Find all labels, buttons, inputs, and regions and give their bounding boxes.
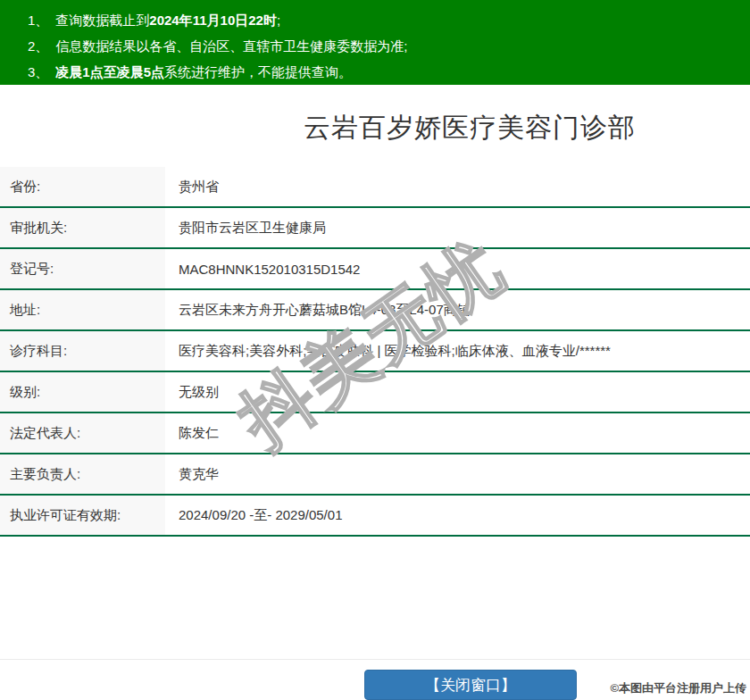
- notice-number: 2、: [28, 38, 48, 54]
- footer-divider: [0, 659, 750, 660]
- table-row: 地址: 云岩区未来方舟开心蘑菇城B馆L4-03至L4-07商铺: [0, 290, 750, 331]
- notice-text-bold: 2024年11月10日22时: [149, 12, 277, 28]
- copyright-watermark: ©本图由平台注册用户上传: [610, 680, 746, 696]
- row-label: 登记号:: [0, 249, 165, 288]
- row-label: 级别:: [0, 372, 165, 412]
- row-label: 法定代表人:: [0, 413, 165, 453]
- table-row: 执业许可证有效期: 2024/09/20 -至- 2029/05/01: [0, 496, 750, 537]
- row-label: 省份:: [0, 167, 165, 206]
- notice-text: 系统进行维护，不能提供查询。: [164, 64, 352, 79]
- row-value: 贵阳市云岩区卫生健康局: [165, 208, 326, 247]
- row-value: MAC8HNNK152010315D1542: [165, 249, 360, 288]
- row-label: 主要负责人:: [0, 454, 165, 494]
- table-row: 省份: 贵州省: [0, 167, 750, 208]
- table-row: 登记号: MAC8HNNK152010315D1542: [0, 249, 750, 290]
- table-row: 审批机关: 贵阳市云岩区卫生健康局: [0, 208, 750, 249]
- notice-item: 3、凌晨1点至凌晨5点系统进行维护，不能提供查询。: [28, 59, 741, 85]
- row-value: 无级别: [165, 372, 219, 412]
- detail-table: 省份: 贵州省 审批机关: 贵阳市云岩区卫生健康局 登记号: MAC8HNNK1…: [0, 167, 750, 537]
- notice-number: 3、: [28, 64, 48, 79]
- close-window-button[interactable]: 【关闭窗口】: [364, 670, 577, 700]
- notice-number: 1、: [28, 12, 48, 28]
- row-value: 2024/09/20 -至- 2029/05/01: [165, 496, 342, 535]
- row-value: 贵州省: [165, 167, 219, 206]
- notice-text-bold: 凌晨1点至凌晨5点: [55, 64, 164, 79]
- table-row: 主要负责人: 黄克华: [0, 454, 750, 496]
- table-row: 法定代表人: 陈发仁: [0, 413, 750, 454]
- notice-item: 1、查询数据截止到2024年11月10日22时;: [28, 7, 741, 33]
- row-value: 黄克华: [165, 454, 219, 494]
- row-label: 诊疗科目:: [0, 331, 165, 371]
- notice-item: 2、信息数据结果以各省、自治区、直辖市卫生健康委数据为准;: [28, 33, 741, 59]
- notice-text: ;: [277, 12, 280, 28]
- row-label: 审批机关:: [0, 208, 165, 247]
- row-value: 医疗美容科;美容外科;美容皮肤科 | 医学检验科;临床体液、血液专业/*****…: [165, 331, 611, 371]
- page-title: 云岩百岁娇医疗美容门诊部: [0, 109, 750, 146]
- table-row: 诊疗科目: 医疗美容科;美容外科;美容皮肤科 | 医学检验科;临床体液、血液专业…: [0, 331, 750, 372]
- row-value: 陈发仁: [165, 413, 219, 453]
- table-row: 级别: 无级别: [0, 372, 750, 413]
- notice-banner: 1、查询数据截止到2024年11月10日22时; 2、信息数据结果以各省、自治区…: [0, 0, 750, 85]
- row-value: 云岩区未来方舟开心蘑菇城B馆L4-03至L4-07商铺: [165, 290, 471, 329]
- notice-text: 查询数据截止到: [55, 12, 149, 28]
- row-label: 地址:: [0, 290, 165, 329]
- notice-text: 信息数据结果以各省、自治区、直辖市卫生健康委数据为准;: [55, 38, 407, 54]
- row-label: 执业许可证有效期:: [0, 496, 165, 535]
